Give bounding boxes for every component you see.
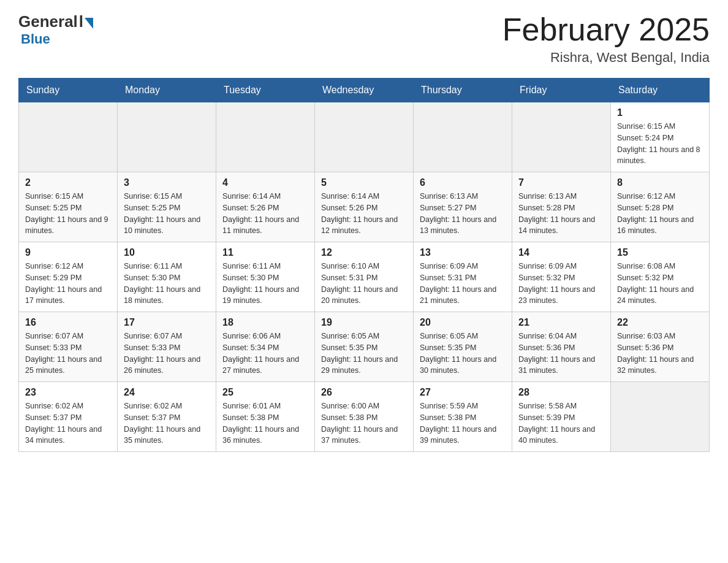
day-cell: 7Sunrise: 6:13 AM Sunset: 5:28 PM Daylig… — [512, 172, 611, 242]
day-info: Sunrise: 5:59 AM Sunset: 5:38 PM Dayligh… — [420, 400, 506, 446]
day-number: 23 — [25, 387, 111, 398]
day-cell — [118, 102, 216, 172]
day-number: 1 — [617, 107, 703, 118]
day-info: Sunrise: 6:15 AM Sunset: 5:25 PM Dayligh… — [124, 191, 210, 237]
day-cell — [19, 102, 118, 172]
week-row-2: 2Sunrise: 6:15 AM Sunset: 5:25 PM Daylig… — [19, 172, 710, 242]
day-info: Sunrise: 6:05 AM Sunset: 5:35 PM Dayligh… — [420, 331, 506, 377]
day-info: Sunrise: 6:04 AM Sunset: 5:36 PM Dayligh… — [518, 331, 604, 377]
day-number: 19 — [321, 317, 407, 328]
day-info: Sunrise: 6:15 AM Sunset: 5:24 PM Dayligh… — [617, 121, 703, 167]
logo-triangle-icon — [85, 18, 93, 29]
week-row-3: 9Sunrise: 6:12 AM Sunset: 5:29 PM Daylig… — [19, 242, 710, 312]
day-number: 21 — [518, 317, 604, 328]
logo: General l Blue — [18, 12, 93, 47]
week-row-5: 23Sunrise: 6:02 AM Sunset: 5:37 PM Dayli… — [19, 382, 710, 452]
logo-general-text: General — [18, 12, 78, 31]
day-number: 11 — [222, 247, 308, 258]
day-cell: 17Sunrise: 6:07 AM Sunset: 5:33 PM Dayli… — [118, 312, 216, 382]
day-cell: 27Sunrise: 5:59 AM Sunset: 5:38 PM Dayli… — [414, 382, 512, 452]
day-cell — [216, 102, 315, 172]
day-number: 15 — [617, 247, 703, 258]
day-number: 7 — [518, 177, 604, 188]
day-cell: 20Sunrise: 6:05 AM Sunset: 5:35 PM Dayli… — [414, 312, 512, 382]
day-number: 16 — [25, 317, 111, 328]
day-number: 26 — [321, 387, 407, 398]
day-info: Sunrise: 6:13 AM Sunset: 5:28 PM Dayligh… — [518, 191, 604, 237]
day-info: Sunrise: 6:02 AM Sunset: 5:37 PM Dayligh… — [124, 400, 210, 446]
day-cell: 12Sunrise: 6:10 AM Sunset: 5:31 PM Dayli… — [315, 242, 414, 312]
header-sunday: Sunday — [19, 79, 118, 102]
day-number: 5 — [321, 177, 407, 188]
day-number: 12 — [321, 247, 407, 258]
day-number: 9 — [25, 247, 111, 258]
day-number: 24 — [124, 387, 210, 398]
day-cell: 21Sunrise: 6:04 AM Sunset: 5:36 PM Dayli… — [512, 312, 611, 382]
day-cell: 28Sunrise: 5:58 AM Sunset: 5:39 PM Dayli… — [512, 382, 611, 452]
header-wednesday: Wednesday — [315, 79, 414, 102]
day-info: Sunrise: 5:58 AM Sunset: 5:39 PM Dayligh… — [518, 400, 604, 446]
day-cell: 5Sunrise: 6:14 AM Sunset: 5:26 PM Daylig… — [315, 172, 414, 242]
header-friday: Friday — [512, 79, 611, 102]
day-cell: 25Sunrise: 6:01 AM Sunset: 5:38 PM Dayli… — [216, 382, 315, 452]
header-saturday: Saturday — [611, 79, 710, 102]
day-info: Sunrise: 6:03 AM Sunset: 5:36 PM Dayligh… — [617, 331, 703, 377]
day-cell — [315, 102, 414, 172]
day-cell: 8Sunrise: 6:12 AM Sunset: 5:28 PM Daylig… — [611, 172, 710, 242]
day-number: 18 — [222, 317, 308, 328]
day-info: Sunrise: 6:11 AM Sunset: 5:30 PM Dayligh… — [124, 261, 210, 307]
day-number: 27 — [420, 387, 506, 398]
day-number: 20 — [420, 317, 506, 328]
day-cell: 26Sunrise: 6:00 AM Sunset: 5:38 PM Dayli… — [315, 382, 414, 452]
day-info: Sunrise: 6:07 AM Sunset: 5:33 PM Dayligh… — [124, 331, 210, 377]
day-cell: 6Sunrise: 6:13 AM Sunset: 5:27 PM Daylig… — [414, 172, 512, 242]
day-info: Sunrise: 6:12 AM Sunset: 5:29 PM Dayligh… — [25, 261, 111, 307]
day-info: Sunrise: 6:01 AM Sunset: 5:38 PM Dayligh… — [222, 400, 308, 446]
day-info: Sunrise: 6:08 AM Sunset: 5:32 PM Dayligh… — [617, 261, 703, 307]
day-cell: 4Sunrise: 6:14 AM Sunset: 5:26 PM Daylig… — [216, 172, 315, 242]
day-number: 22 — [617, 317, 703, 328]
week-row-4: 16Sunrise: 6:07 AM Sunset: 5:33 PM Dayli… — [19, 312, 710, 382]
day-cell: 11Sunrise: 6:11 AM Sunset: 5:30 PM Dayli… — [216, 242, 315, 312]
day-cell: 3Sunrise: 6:15 AM Sunset: 5:25 PM Daylig… — [118, 172, 216, 242]
day-cell: 18Sunrise: 6:06 AM Sunset: 5:34 PM Dayli… — [216, 312, 315, 382]
day-info: Sunrise: 6:13 AM Sunset: 5:27 PM Dayligh… — [420, 191, 506, 237]
day-cell — [512, 102, 611, 172]
day-cell: 16Sunrise: 6:07 AM Sunset: 5:33 PM Dayli… — [19, 312, 118, 382]
day-number: 8 — [617, 177, 703, 188]
day-cell: 24Sunrise: 6:02 AM Sunset: 5:37 PM Dayli… — [118, 382, 216, 452]
title-section: February 2025 Rishra, West Bengal, India — [502, 12, 710, 66]
day-cell: 1Sunrise: 6:15 AM Sunset: 5:24 PM Daylig… — [611, 102, 710, 172]
header-monday: Monday — [118, 79, 216, 102]
day-cell — [611, 382, 710, 452]
day-info: Sunrise: 6:07 AM Sunset: 5:33 PM Dayligh… — [25, 331, 111, 377]
day-number: 10 — [124, 247, 210, 258]
day-info: Sunrise: 6:12 AM Sunset: 5:28 PM Dayligh… — [617, 191, 703, 237]
day-cell: 14Sunrise: 6:09 AM Sunset: 5:32 PM Dayli… — [512, 242, 611, 312]
day-info: Sunrise: 6:10 AM Sunset: 5:31 PM Dayligh… — [321, 261, 407, 307]
day-cell — [414, 102, 512, 172]
day-number: 13 — [420, 247, 506, 258]
header-tuesday: Tuesday — [216, 79, 315, 102]
day-info: Sunrise: 6:14 AM Sunset: 5:26 PM Dayligh… — [222, 191, 308, 237]
day-cell: 2Sunrise: 6:15 AM Sunset: 5:25 PM Daylig… — [19, 172, 118, 242]
day-info: Sunrise: 6:15 AM Sunset: 5:25 PM Dayligh… — [25, 191, 111, 237]
week-row-1: 1Sunrise: 6:15 AM Sunset: 5:24 PM Daylig… — [19, 102, 710, 172]
page-header: General l Blue February 2025 Rishra, Wes… — [18, 12, 710, 66]
day-number: 25 — [222, 387, 308, 398]
day-number: 2 — [25, 177, 111, 188]
day-cell: 23Sunrise: 6:02 AM Sunset: 5:37 PM Dayli… — [19, 382, 118, 452]
day-info: Sunrise: 6:00 AM Sunset: 5:38 PM Dayligh… — [321, 400, 407, 446]
day-cell: 10Sunrise: 6:11 AM Sunset: 5:30 PM Dayli… — [118, 242, 216, 312]
calendar-table: Sunday Monday Tuesday Wednesday Thursday… — [18, 78, 710, 452]
day-info: Sunrise: 6:02 AM Sunset: 5:37 PM Dayligh… — [25, 400, 111, 446]
day-cell: 22Sunrise: 6:03 AM Sunset: 5:36 PM Dayli… — [611, 312, 710, 382]
day-number: 6 — [420, 177, 506, 188]
day-info: Sunrise: 6:14 AM Sunset: 5:26 PM Dayligh… — [321, 191, 407, 237]
location-title: Rishra, West Bengal, India — [502, 50, 710, 66]
day-cell: 19Sunrise: 6:05 AM Sunset: 5:35 PM Dayli… — [315, 312, 414, 382]
day-info: Sunrise: 6:09 AM Sunset: 5:32 PM Dayligh… — [518, 261, 604, 307]
header-thursday: Thursday — [414, 79, 512, 102]
day-cell: 15Sunrise: 6:08 AM Sunset: 5:32 PM Dayli… — [611, 242, 710, 312]
day-info: Sunrise: 6:06 AM Sunset: 5:34 PM Dayligh… — [222, 331, 308, 377]
